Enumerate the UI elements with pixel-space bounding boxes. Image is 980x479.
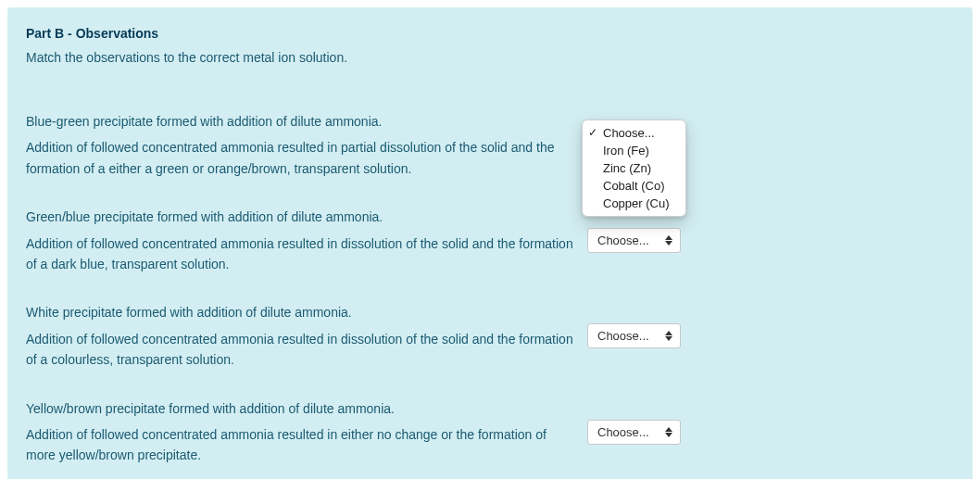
answer-dropdown: Choose... Iron (Fe) Zinc (Zn) Cobalt (Co… [582, 120, 686, 217]
answer-option[interactable]: Iron (Fe) [583, 142, 685, 159]
select-updown-icon [665, 427, 672, 437]
select-updown-icon [665, 235, 672, 246]
observation-text: White precipitate formed with addition o… [26, 302, 587, 370]
answer-option[interactable]: Copper (Cu) [583, 195, 685, 212]
select-value: Choose... [597, 425, 649, 439]
answer-select[interactable]: Choose... [587, 323, 681, 348]
observation-line1: Green/blue precipitate formed with addit… [26, 207, 578, 227]
observation-line2: Addition of followed concentrated ammoni… [26, 137, 578, 179]
answer-select[interactable]: Choose... [587, 420, 681, 445]
match-row: Yellow/brown precipitate formed with add… [26, 398, 954, 466]
observation-line1: White precipitate formed with addition o… [26, 302, 578, 322]
observation-text: Blue-green precipitate formed with addit… [26, 111, 587, 179]
answer-option[interactable]: Choose... [583, 124, 685, 142]
observation-line2: Addition of followed concentrated ammoni… [26, 329, 578, 371]
match-row: White precipitate formed with addition o… [26, 302, 954, 370]
instructions: Match the observations to the correct me… [26, 50, 954, 65]
observation-line1: Yellow/brown precipitate formed with add… [26, 398, 578, 419]
match-row: Green/blue precipitate formed with addit… [26, 207, 954, 274]
question-panel: Part B - Observations Match the observat… [7, 7, 973, 479]
answer-select[interactable]: Choose... [587, 228, 681, 253]
observation-line2: Addition of followed concentrated ammoni… [26, 233, 578, 275]
observation-text: Yellow/brown precipitate formed with add… [26, 398, 587, 466]
answer-option[interactable]: Cobalt (Co) [583, 177, 685, 195]
observation-line1: Blue-green precipitate formed with addit… [26, 111, 578, 132]
select-value: Choose... [597, 233, 649, 247]
observation-text: Green/blue precipitate formed with addit… [26, 207, 587, 274]
part-heading: Part B - Observations [26, 26, 954, 41]
select-value: Choose... [597, 329, 649, 343]
observation-line2: Addition of followed concentrated ammoni… [26, 424, 578, 466]
select-updown-icon [665, 331, 672, 341]
match-row: Blue-green precipitate formed with addit… [26, 111, 954, 179]
answer-option[interactable]: Zinc (Zn) [583, 159, 685, 177]
